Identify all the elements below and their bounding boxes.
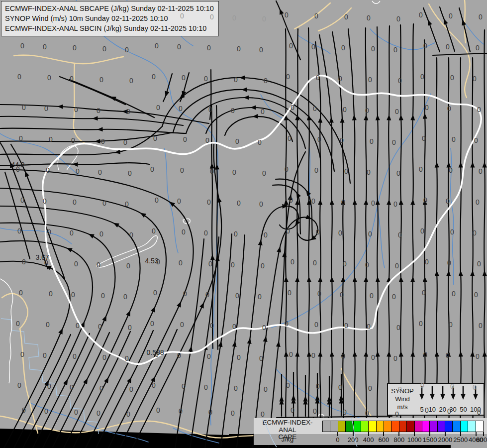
synop-label-2: Wind xyxy=(395,395,410,403)
down-arrow-icon xyxy=(429,385,436,400)
cape-tick-label: 1500 xyxy=(423,436,437,444)
title-line-sbcin: ECMWF-INDEX-ANAL SBCIN (J/kg) Sunday 02-… xyxy=(5,23,214,33)
cape-tick xyxy=(383,432,384,436)
synop-scale-entry: 10 xyxy=(429,385,436,414)
cape-tick xyxy=(368,432,369,436)
cape-tick-label: 800 xyxy=(393,436,404,444)
cape-tick xyxy=(476,432,477,436)
cape-color-swatch xyxy=(369,421,376,432)
cape-tick xyxy=(353,432,354,436)
synop-scale-entry: 50 xyxy=(460,385,467,414)
cape-color-swatch xyxy=(354,421,361,432)
weather-map-page: ECMWF-INDEX-ANAL SBCAPE (J/kg) Sunday 02… xyxy=(0,0,487,448)
map-canvas xyxy=(0,0,487,448)
cape-color-swatch xyxy=(399,421,407,432)
cape-tick xyxy=(414,432,415,436)
cape-color-swatch xyxy=(468,421,476,432)
cape-tick xyxy=(398,432,399,436)
cape-tick-marks xyxy=(322,432,484,436)
cape-tick xyxy=(445,432,446,436)
foreign-border-lines xyxy=(0,0,487,438)
cape-tick-label: 1000 xyxy=(407,436,422,444)
cape-color-swatch xyxy=(346,421,353,432)
cape-color-swatch xyxy=(407,421,414,432)
synop-label-1: SYNOP xyxy=(391,387,414,395)
synop-scale-entry: 30 xyxy=(449,385,456,414)
cape-tick xyxy=(429,432,430,436)
title-line-sbcape: ECMWF-INDEX-ANAL SBCAPE (J/kg) Sunday 02… xyxy=(5,3,214,13)
chart-title-box: ECMWF-INDEX-ANAL SBCAPE (J/kg) Sunday 02… xyxy=(1,1,219,36)
title-line-wind: SYNOP Wind (m/s) 10m Sunday 02-11-2025 1… xyxy=(5,13,214,23)
cape-tick xyxy=(337,432,338,436)
synop-scale-entry: 5 xyxy=(418,385,425,414)
cape-color-swatch xyxy=(415,421,422,432)
cape-color-swatch xyxy=(476,421,483,432)
cape-tick-label: 6000 xyxy=(477,436,487,444)
cape-title-line1: ECMWF-INDEX-ANAL xyxy=(254,419,321,434)
down-arrow-icon xyxy=(460,385,467,400)
cape-color-legend: ECMWF-INDEX-ANAL CAPE J/kg 0200400600800… xyxy=(254,418,487,445)
synop-speed-label: 50 xyxy=(460,406,467,413)
synop-wind-legend: SYNOP Wind m/s 510203050100 xyxy=(387,383,485,416)
cape-color-swatch xyxy=(361,421,369,432)
district-border-lines xyxy=(1,319,98,434)
synop-speed-label: 100 xyxy=(470,406,481,413)
cape-color-swatch xyxy=(453,421,460,432)
down-arrow-icon xyxy=(472,385,479,400)
synop-speed-label: 5 xyxy=(420,406,424,413)
synop-scale-entry: 100 xyxy=(470,385,481,414)
synop-legend-labels: SYNOP Wind m/s xyxy=(388,384,417,415)
cape-color-swatch xyxy=(338,421,346,432)
cape-color-swatch xyxy=(377,421,384,432)
cape-color-swatch xyxy=(391,421,399,432)
cape-unit-label: J/kg xyxy=(254,436,321,443)
cape-tick xyxy=(460,432,461,436)
cape-color-swatch xyxy=(422,421,430,432)
cape-tick-labels: 0200400600800100015002000250040006000 xyxy=(322,436,484,444)
cape-tick xyxy=(483,432,484,436)
river-lines xyxy=(0,0,485,443)
cape-color-swatch xyxy=(330,421,338,432)
down-arrow-icon xyxy=(439,385,446,400)
synop-speed-label: 30 xyxy=(449,406,456,413)
cape-color-swatch xyxy=(445,421,453,432)
down-arrow-icon xyxy=(418,385,425,400)
cape-tick-label: 400 xyxy=(363,436,374,444)
cape-color-swatch xyxy=(438,421,445,432)
cape-colorbar xyxy=(322,421,484,432)
country-border-hungary xyxy=(43,76,482,364)
down-arrow-icon xyxy=(450,385,457,400)
synop-scale-entry: 20 xyxy=(439,385,446,414)
cape-tick-label: 600 xyxy=(379,436,390,444)
cape-color-swatch xyxy=(461,421,468,432)
cape-color-swatch xyxy=(323,421,330,432)
synop-label-3: m/s xyxy=(397,403,408,411)
synop-arrow-scale: 510203050100 xyxy=(417,384,484,415)
synop-speed-label: 10 xyxy=(429,406,436,413)
cape-tick-label: 0 xyxy=(336,436,339,444)
cape-tick-label: 200 xyxy=(348,436,359,444)
cape-color-swatch xyxy=(430,421,437,432)
cape-tick-label: 2500 xyxy=(453,436,468,444)
cape-color-swatch xyxy=(384,421,391,432)
wind-streamlines xyxy=(0,1,487,448)
cape-tick-label: 2000 xyxy=(438,436,452,444)
synop-speed-label: 20 xyxy=(439,406,446,413)
